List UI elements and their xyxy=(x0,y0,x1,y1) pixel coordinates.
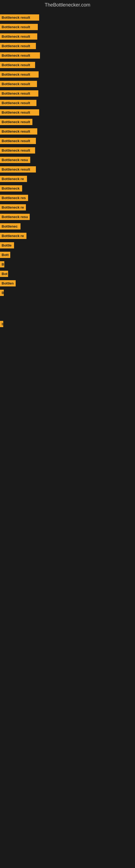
bar-row: B xyxy=(0,288,135,298)
bar-row: Bottleneck result xyxy=(0,146,135,155)
bottleneck-result-label: Bottlen xyxy=(0,280,16,286)
bar-row: b xyxy=(0,319,135,329)
bar-row: Bottleneck result xyxy=(0,165,135,174)
bar-row xyxy=(0,329,135,340)
bar-row: Bottleneck result xyxy=(0,108,135,117)
bottleneck-result-label: Bottleneck result xyxy=(0,128,37,134)
bottleneck-result-label: Bottleneck re xyxy=(0,204,26,211)
bottleneck-result-label: Bottleneck result xyxy=(0,14,39,21)
bar-row: Bottlen xyxy=(0,279,135,288)
bottleneck-result-label: Bottleneck result xyxy=(0,62,35,68)
bar-row: Bottleneck result xyxy=(0,51,135,60)
bar-row: Bottleneck resu xyxy=(0,155,135,165)
bar-row: Bottleneck result xyxy=(0,127,135,136)
bottleneck-result-label: Bottleneck result xyxy=(0,52,40,59)
bottleneck-result-label: Bottleneck result xyxy=(0,43,36,49)
bottleneck-result-label: Bottleneck result xyxy=(0,166,36,173)
bar-row: Bottleneck result xyxy=(0,89,135,98)
bar-row: Bottleneck re xyxy=(0,203,135,212)
bar-row: Bottleneck result xyxy=(0,32,135,41)
bar-row: Bot xyxy=(0,269,135,279)
bottleneck-result-label: Bottle xyxy=(0,242,14,248)
bar-row: Bottleneck result xyxy=(0,98,135,108)
bar-row: Bottle xyxy=(0,241,135,250)
bottleneck-result-label: Bottleneck result xyxy=(0,24,38,30)
bar-row: Bottleneck result xyxy=(0,41,135,51)
bottleneck-result-label: B xyxy=(0,290,4,296)
bottleneck-result-label: Bottleneck result xyxy=(0,138,36,144)
bottleneck-result-label: Bottlenec xyxy=(0,223,20,229)
bottleneck-result-label: Bottleneck xyxy=(0,185,22,191)
bar-row: Bottleneck result xyxy=(0,136,135,146)
bar-row: Bottleneck re xyxy=(0,174,135,184)
bar-row xyxy=(0,308,135,319)
bar-row xyxy=(0,298,135,308)
bottleneck-result-label: Bottleneck result xyxy=(0,109,39,116)
bar-row xyxy=(0,340,135,350)
bottleneck-result-label: Bottleneck resu xyxy=(0,157,30,163)
site-title: TheBottlenecker.com xyxy=(0,0,135,10)
bottleneck-result-label: Bott xyxy=(0,252,10,258)
bar-row: Bottleneck result xyxy=(0,60,135,70)
bar-row: Bottlenec xyxy=(0,222,135,231)
bar-row: B xyxy=(0,259,135,269)
bar-row: Bottleneck res xyxy=(0,193,135,203)
bottleneck-result-label: b xyxy=(0,321,3,327)
bottleneck-result-label: Bottleneck result xyxy=(0,147,35,154)
bottleneck-result-label: Bottleneck result xyxy=(0,33,37,40)
bottleneck-result-label: Bottleneck resu xyxy=(0,214,30,220)
bottleneck-result-label: Bottleneck result xyxy=(0,100,37,106)
bottleneck-result-label: Bottleneck res xyxy=(0,195,28,201)
bar-row: Bott xyxy=(0,250,135,259)
bar-row: Bottleneck re xyxy=(0,231,135,241)
bar-row: Bottleneck result xyxy=(0,117,135,127)
bar-row: Bottleneck result xyxy=(0,70,135,79)
bottleneck-result-label: Bot xyxy=(0,271,8,277)
bottleneck-result-label: Bottleneck result xyxy=(0,71,39,78)
bottleneck-result-label: Bottleneck result xyxy=(0,119,32,125)
bar-row: Bottleneck xyxy=(0,184,135,193)
bottleneck-result-label: Bottleneck re xyxy=(0,176,27,182)
bottleneck-result-label: Bottleneck result xyxy=(0,90,38,97)
bottleneck-result-label: Bottleneck result xyxy=(0,81,37,87)
bars-container: Bottleneck resultBottleneck resultBottle… xyxy=(0,10,135,353)
bar-row: Bottleneck result xyxy=(0,22,135,32)
bar-row: Bottleneck result xyxy=(0,13,135,22)
bottleneck-result-label: B xyxy=(0,261,4,268)
bar-row: Bottleneck resu xyxy=(0,212,135,222)
bar-row: Bottleneck result xyxy=(0,79,135,89)
bottleneck-result-label: Bottleneck re xyxy=(0,233,27,239)
